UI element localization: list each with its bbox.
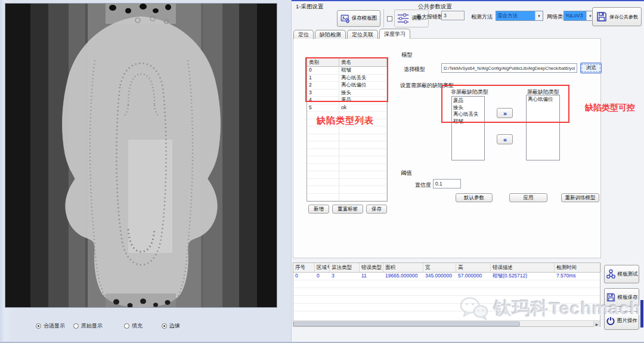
unmasked-list-label: 非屏蔽缺陷类型 <box>451 88 488 96</box>
list-item[interactable]: 离心纸偏位 <box>528 96 558 103</box>
separator <box>383 9 384 27</box>
table-row[interactable]: 4废品 <box>307 97 387 104</box>
list-item[interactable]: 接头 <box>453 104 483 112</box>
detection-results-table[interactable]: 序号区域号 算法类型错误类型 面积宽 高错误描述 检测时间 00 311 196… <box>293 262 600 327</box>
empty-row <box>307 156 387 164</box>
empty-row <box>307 164 387 172</box>
image-panel: 合适显示 原始显示 填充 边缘 <box>0 0 291 343</box>
col-class-id: 类别 <box>307 58 339 67</box>
save-template-label: 保存模板图 <box>352 15 377 22</box>
move-right-button[interactable]: » <box>497 108 513 118</box>
adjust-checkbox[interactable] <box>387 16 392 21</box>
max-errors-input[interactable] <box>441 11 465 20</box>
results-header: 序号区域号 算法类型错误类型 面积宽 高错误描述 检测时间 <box>293 263 600 273</box>
radio-edge[interactable]: 边缘 <box>162 322 180 330</box>
retrain-model-button[interactable]: 重新训练模型 <box>561 193 599 202</box>
list-item[interactable]: 废品 <box>453 97 483 104</box>
default-params-button[interactable]: 默认参数 <box>456 193 493 202</box>
defect-class-table[interactable]: 类别 类名 0褶皱 1离心纸丢失 2离心纸偏位 3接头 4废品 5ok <box>306 58 388 202</box>
save-common-params-button[interactable]: 保存公共参数 <box>592 7 642 26</box>
capture-settings-title: 1-采图设置 <box>296 3 323 11</box>
model-path-input[interactable] <box>441 63 577 73</box>
picture-icon <box>340 14 350 23</box>
radio-dot <box>36 323 41 329</box>
empty-row <box>307 149 387 157</box>
template-test-button[interactable]: 模板测试 <box>604 265 639 283</box>
radio-label: 原始显示 <box>81 322 103 330</box>
floppy-disk-icon <box>606 292 616 302</box>
horizontal-scrollbar[interactable]: ▶ <box>293 320 600 326</box>
radio-dot <box>162 323 167 329</box>
sliders-icon <box>397 13 410 24</box>
decorative-blue-bar <box>640 300 643 327</box>
select-model-label: 选择模型 <box>404 66 425 73</box>
radio-label: 合适显示 <box>44 322 65 330</box>
mask-section-title: 设置需屏蔽的缺陷类型 <box>400 82 454 89</box>
network-type-value: YoLoV3 <box>564 11 586 20</box>
template-test-label: 模板测试 <box>618 271 638 278</box>
table-row[interactable]: 0褶皱 <box>307 67 387 75</box>
unmasked-defect-list[interactable]: 废品 接头 离心纸丢失 褶皱 <box>451 96 485 160</box>
table-row[interactable]: 3接头 <box>307 89 387 97</box>
threshold-group-title: 阈值 <box>401 169 412 177</box>
app-window: 合适显示 原始显示 填充 边缘 1-采图设置 <box>0 0 644 343</box>
empty-row <box>293 288 600 296</box>
common-params-title: 公共参数设置 <box>418 3 452 11</box>
class-list-annotation: 缺陷类型列表 <box>317 115 374 126</box>
empty-row <box>307 141 387 149</box>
empty-row <box>307 171 387 179</box>
network-type-select[interactable]: YoLoV3 ▼ <box>564 11 595 21</box>
template-save-label: 模板保存 <box>618 294 638 301</box>
list-item[interactable]: 褶皱 <box>453 118 483 125</box>
tab-positioning[interactable]: 定位 <box>293 30 314 39</box>
floppy-disk-icon <box>596 11 608 23</box>
model-group-title: 模型 <box>401 51 413 59</box>
add-class-button[interactable]: 新增 <box>308 205 329 214</box>
radio-fit-display[interactable]: 合适显示 <box>36 322 65 330</box>
result-row[interactable]: 00 311 19665.000000345.000000 57.000000褶… <box>293 273 600 280</box>
image-operations-label: 图片操作 <box>617 317 637 325</box>
list-item[interactable]: 离心纸丢失 <box>453 111 483 118</box>
detect-method-value: 混合方法 <box>496 11 535 20</box>
empty-row <box>293 280 600 288</box>
empty-row <box>293 296 600 304</box>
empty-row <box>307 179 387 187</box>
save-template-image-button[interactable]: 保存模板图 <box>337 10 380 27</box>
display-options-row: 合适显示 原始显示 填充 边缘 <box>0 321 291 333</box>
scrollbar-thumb[interactable] <box>293 322 520 326</box>
detect-method-select[interactable]: 混合方法 ▼ <box>496 11 543 21</box>
window-top-edge <box>292 0 644 1</box>
max-errors-label: 最大报错数 <box>416 13 443 21</box>
xray-image <box>5 3 277 308</box>
save-common-params-label: 保存公共参数 <box>609 14 638 20</box>
chevron-down-icon: ▼ <box>535 11 543 20</box>
radio-fill[interactable]: 填充 <box>124 322 143 330</box>
tab-defect-detection[interactable]: 缺陷检测 <box>315 30 346 39</box>
empty-row <box>307 186 387 194</box>
confidence-input[interactable] <box>433 179 461 189</box>
image-operations-button[interactable]: 图片操作 <box>604 311 639 330</box>
apply-button[interactable]: 应用 <box>509 193 547 202</box>
power-icon <box>606 316 615 326</box>
tab-position-link[interactable]: 定位关联 <box>347 30 378 39</box>
table-row[interactable]: 5ok <box>307 104 387 112</box>
empty-row <box>293 304 600 311</box>
xray-pad-graphic <box>5 4 277 307</box>
tab-deep-learning[interactable]: 深度学习 <box>379 29 410 39</box>
template-save-button[interactable]: 模板保存 <box>604 288 639 307</box>
radio-dot <box>124 323 129 329</box>
settings-panel: 1-采图设置 保存模板图 调整... 公共参数设置 最大报错数 检测方法 <box>291 0 644 343</box>
save-classes-button[interactable]: 保存 <box>366 205 387 214</box>
empty-row <box>307 126 387 134</box>
table-row[interactable]: 2离心纸偏位 <box>307 82 387 89</box>
browse-button[interactable]: 浏览 <box>580 63 602 73</box>
nodes-icon <box>606 269 616 279</box>
radio-original-display[interactable]: 原始显示 <box>73 322 103 330</box>
empty-row <box>307 134 387 142</box>
col-class-name: 类名 <box>339 58 387 67</box>
masked-defect-list[interactable]: 离心纸偏位 <box>526 95 560 160</box>
reset-labels-button[interactable]: 重置标签 <box>332 205 363 214</box>
table-row[interactable]: 1离心纸丢失 <box>307 75 387 82</box>
move-left-button[interactable]: « <box>497 134 513 144</box>
scroll-right-arrow[interactable]: ▶ <box>593 321 600 327</box>
